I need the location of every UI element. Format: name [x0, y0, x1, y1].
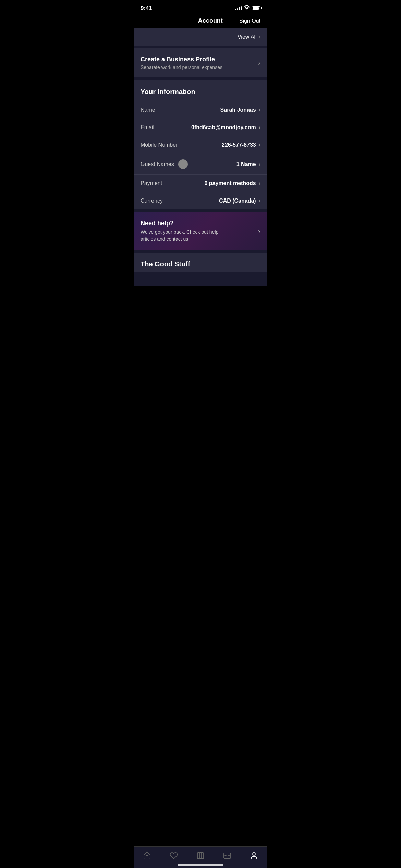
- business-profile-card[interactable]: Create a Business Profile Separate work …: [134, 48, 267, 77]
- help-card-text: Need help? We've got your back. Check ou…: [141, 220, 230, 242]
- mobile-number-value: 226-577-8733 ›: [222, 142, 260, 148]
- chevron-right-icon: ›: [258, 59, 260, 67]
- chevron-right-icon: ›: [259, 180, 260, 186]
- name-label: Name: [141, 107, 155, 113]
- main-content: View All › Create a Business Profile Sep…: [134, 28, 267, 286]
- wifi-icon: [244, 5, 250, 11]
- page-title: Account: [182, 17, 239, 24]
- your-information-title: Your Information: [134, 80, 267, 101]
- payment-label: Payment: [141, 180, 162, 186]
- status-time: 9:41: [141, 5, 152, 12]
- mobile-number-label: Mobile Number: [141, 142, 178, 148]
- currency-row[interactable]: Currency CAD (Canada) ›: [134, 192, 267, 209]
- guest-names-toggle[interactable]: [178, 159, 188, 169]
- mobile-number-row[interactable]: Mobile Number 226-577-8733 ›: [134, 136, 267, 154]
- email-label: Email: [141, 124, 154, 131]
- chevron-right-icon: ›: [259, 142, 260, 148]
- help-title: Need help?: [141, 220, 230, 227]
- status-bar: 9:41: [134, 0, 267, 14]
- payment-row[interactable]: Payment 0 payment methods ›: [134, 174, 267, 192]
- business-profile-text: Create a Business Profile Separate work …: [141, 56, 222, 70]
- help-description: We've got your back. Check out help arti…: [141, 229, 230, 242]
- chevron-right-icon: ›: [259, 161, 260, 167]
- chevron-right-icon: ›: [258, 227, 260, 235]
- nav-header: Account Sign Out: [134, 14, 267, 28]
- battery-icon: [252, 6, 260, 10]
- name-value: Sarah Jonaas ›: [220, 107, 260, 113]
- signal-bars-icon: [235, 6, 242, 10]
- guest-names-row[interactable]: Guest Names 1 Name ›: [134, 154, 267, 174]
- business-profile-title: Create a Business Profile: [141, 56, 222, 63]
- good-stuff-section: The Good Stuff: [134, 253, 267, 272]
- good-stuff-title: The Good Stuff: [141, 260, 260, 268]
- chevron-right-icon: ›: [259, 34, 260, 40]
- name-row[interactable]: Name Sarah Jonaas ›: [134, 101, 267, 119]
- chevron-right-icon: ›: [259, 107, 260, 113]
- currency-value: CAD (Canada) ›: [219, 198, 260, 204]
- need-help-card[interactable]: Need help? We've got your back. Check ou…: [134, 212, 267, 250]
- view-all-label: View All: [238, 34, 257, 40]
- view-all-link[interactable]: View All ›: [238, 34, 260, 40]
- email-value: 0fbd6cab@moodjoy.com ›: [191, 124, 260, 131]
- guest-names-label: Guest Names: [141, 161, 174, 167]
- sign-out-button[interactable]: Sign Out: [239, 18, 260, 24]
- status-icons: [235, 5, 260, 11]
- your-information-card: Your Information Name Sarah Jonaas › Ema…: [134, 80, 267, 209]
- guest-names-value: 1 Name ›: [236, 161, 260, 167]
- currency-label: Currency: [141, 198, 163, 204]
- business-profile-subtitle: Separate work and personal expenses: [141, 64, 222, 70]
- payment-value: 0 payment methods ›: [204, 180, 260, 186]
- chevron-right-icon: ›: [259, 124, 260, 131]
- view-all-section[interactable]: View All ›: [134, 28, 267, 46]
- svg-point-0: [246, 9, 247, 10]
- chevron-right-icon: ›: [259, 198, 260, 204]
- email-row[interactable]: Email 0fbd6cab@moodjoy.com ›: [134, 119, 267, 136]
- guest-names-left: Guest Names: [141, 159, 188, 169]
